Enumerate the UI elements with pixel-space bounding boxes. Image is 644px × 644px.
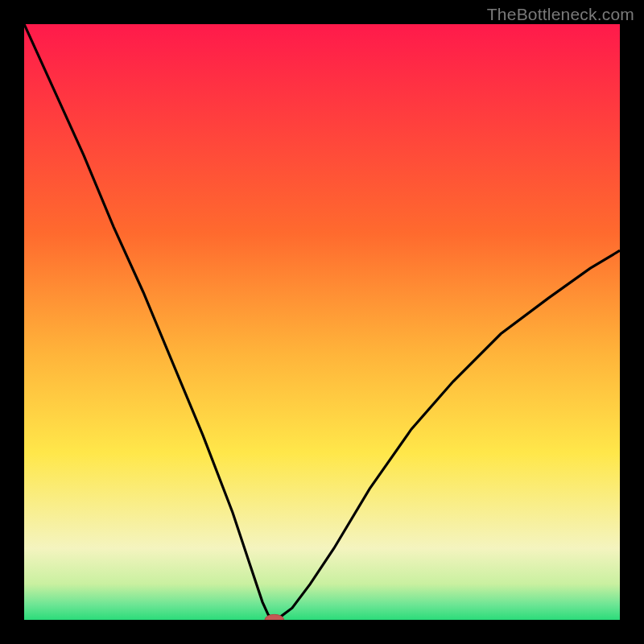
chart-background-gradient — [24, 24, 620, 620]
plot-frame — [24, 24, 620, 620]
page-root: TheBottleneck.com — [0, 0, 644, 644]
bottleneck-chart — [24, 24, 620, 620]
watermark-text: TheBottleneck.com — [487, 5, 634, 24]
